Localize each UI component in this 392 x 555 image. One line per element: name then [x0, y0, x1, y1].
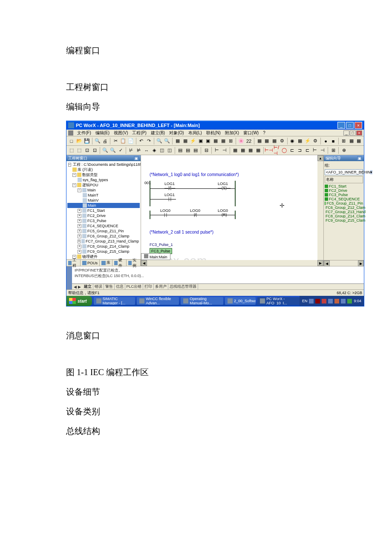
toolbar-icon[interactable]: ▣ [205, 138, 211, 145]
taskbar-item-wincc[interactable]: WinCC flexible Advan... [137, 297, 179, 305]
tree-sys-flag[interactable]: sys_flag_types [67, 177, 140, 182]
open-icon[interactable]: 📂 [76, 138, 83, 145]
scroll-right-icon[interactable]: ▶ [317, 260, 323, 266]
copy-icon[interactable]: 📋 [120, 138, 127, 145]
minimize-button[interactable]: _ [337, 122, 345, 129]
menu-window[interactable]: 窗口(W) [242, 130, 260, 136]
tree-tab-pous[interactable]: POUs [81, 260, 100, 266]
tray-icon[interactable] [334, 299, 339, 304]
tree-mainv[interactable]: MainV [67, 198, 140, 203]
toolbar-icon[interactable]: ⊐ [296, 147, 303, 154]
toolbar-icon[interactable]: ⚡ [190, 138, 196, 145]
undo-icon[interactable]: ↶ [138, 138, 145, 145]
msg-tab-error[interactable]: 错误 [93, 284, 104, 289]
mdi-close-button[interactable]: × [356, 130, 362, 136]
toolbar-icon[interactable]: ⬚ [68, 147, 75, 154]
editor-tab-main[interactable]: Main:Main [141, 253, 170, 260]
name-column-header[interactable]: 名称 [325, 176, 363, 183]
taskbar-item-simatic[interactable]: SIMATIC Manager - [... [94, 297, 135, 305]
zoom-in-icon[interactable]: 🔍 [156, 138, 163, 145]
tree-fc7[interactable]: +FC7_Group_Z13_Hand_Clamp [67, 239, 140, 244]
toolbar-icon[interactable]: ▦ [212, 138, 219, 145]
toolbar-icon[interactable]: 🔍 [110, 147, 116, 154]
new-icon[interactable]: □ [68, 138, 75, 145]
toolbar-icon[interactable]: ▦ [271, 138, 278, 145]
toolbar-icon[interactable]: ▦ [297, 138, 303, 145]
tree-main[interactable]: −Main [67, 188, 140, 193]
tree-datatypes[interactable]: −数据类型 [67, 172, 140, 177]
msg-tab-print[interactable]: 打印 [143, 284, 154, 289]
taskbar-item-manual[interactable]: Operating Manual-Mo... [181, 297, 223, 305]
zoom-out-icon[interactable]: 🔍 [164, 138, 170, 145]
tray-icon[interactable] [328, 299, 333, 304]
mdi-minimize-button[interactable]: _ [343, 130, 349, 136]
toolbar-icon[interactable]: ⊭ [135, 147, 142, 154]
menu-object[interactable]: 对象(O) [167, 130, 185, 136]
tray-icon[interactable] [315, 299, 320, 304]
tree-fc4[interactable]: +FC4_SEQUENCE [67, 223, 140, 228]
tray-icon[interactable] [347, 299, 352, 304]
toolbar-icon[interactable]: ▦ [264, 138, 271, 145]
toolbar-icon[interactable]: ⊞ [340, 138, 347, 145]
menu-view[interactable]: 视图(V) [112, 130, 130, 136]
menu-edit[interactable]: 编辑(E) [94, 130, 111, 136]
toolbar-icon[interactable]: 22 [245, 138, 252, 145]
tree-panel-close-button[interactable]: ▣ [134, 156, 139, 160]
tree-fc2[interactable]: +FC2_Drive [67, 213, 140, 218]
contact-log0[interactable]: LOG0—| |— [160, 208, 171, 217]
coil-log1[interactable]: LOG1—(S)— [218, 182, 231, 190]
toolbar-icon[interactable]: ⊡ [91, 147, 98, 154]
msg-tab-info[interactable]: 信息 [115, 284, 125, 289]
menu-file[interactable]: 文件(F) [75, 130, 93, 136]
toolbar-icon[interactable]: ⚙ [279, 138, 285, 145]
paste-icon[interactable]: 📄 [127, 138, 134, 145]
coil-log0[interactable]: LOG0—(R)— [218, 208, 231, 217]
stop-icon[interactable]: ■ [330, 138, 337, 145]
toolbar-icon[interactable]: ▦ [182, 138, 189, 145]
cut-icon[interactable]: ✂ [112, 138, 119, 145]
menu-project[interactable]: 工程(P) [130, 130, 148, 136]
editor-panel[interactable]: (*Network_1 log0 and log1 for communicat… [141, 155, 323, 266]
menu-extras[interactable]: 附加(X) [223, 130, 241, 136]
toolbar-icon[interactable]: ▦ [355, 138, 362, 145]
toolbar-icon[interactable]: ▦ [220, 138, 227, 145]
toolbar-icon[interactable]: ⊞ [227, 138, 234, 145]
project-tree[interactable]: −工程 : C:\Documents and Settings\p11852\D… [66, 161, 141, 259]
start-button[interactable]: start [66, 296, 92, 306]
toolbar-icon[interactable]: ⊟ [203, 147, 210, 154]
taskbar-item-pcworx[interactable]: PC WorX - AFO_10_I... [257, 297, 300, 305]
right-panel-close-button[interactable]: ▣ [357, 156, 362, 160]
msg-tab-build[interactable]: 建立 [83, 284, 93, 289]
dropdown-icon[interactable]: ▾ [370, 170, 372, 174]
toolbar-icon[interactable]: ⊏ [288, 147, 295, 154]
tree-maint[interactable]: MainT [67, 193, 140, 198]
wizard-item-fc4[interactable]: FC4_SEQUENCE [325, 197, 363, 201]
wizard-item-fc5[interactable]: FC5_Group_Z11_Pin [325, 201, 363, 205]
toolbar-icon[interactable]: ▣ [197, 138, 204, 145]
toolbar-icon[interactable]: 🌸 [238, 138, 245, 145]
toolbar-icon[interactable]: ▤ [177, 147, 184, 154]
toolbar-icon[interactable]: ▦ [239, 147, 246, 154]
toolbar-icon[interactable]: ▦ [174, 138, 181, 145]
toolbar-icon[interactable]: ⊏ [304, 147, 311, 154]
toolbar-icon[interactable]: ⊢ [213, 147, 220, 154]
toolbar-icon[interactable]: ⚙ [312, 138, 319, 145]
tray-icon[interactable] [322, 299, 326, 304]
toolbar-icon[interactable]: ▦ [255, 147, 262, 154]
msg-tab-warning[interactable]: 警告 [104, 284, 115, 289]
tree-fc8[interactable]: +FC8_Group_Z14_Clamp [67, 244, 140, 249]
coil-icon[interactable]: ◯ [281, 147, 288, 154]
tree-tab-hw[interactable]: 硬件 [112, 260, 127, 266]
scroll-right-icon[interactable]: ▶ [358, 260, 364, 266]
tray-icon[interactable] [341, 299, 346, 304]
mdi-restore-button[interactable]: □ [350, 130, 356, 136]
menu-layout[interactable]: 布局(L) [187, 130, 204, 136]
group-combobox[interactable]: <AFO_10_INNER_BEHIN▾ [325, 169, 363, 175]
language-indicator[interactable]: EN [302, 299, 308, 303]
toolbar-icon[interactable]: ⊢ [311, 147, 318, 154]
contact-log0-2[interactable]: LOG0—|/|— [190, 208, 201, 217]
tree-tab-lib[interactable]: 库 [100, 260, 112, 266]
contact-log1-2[interactable]: LOG1—| |— [164, 193, 175, 201]
wizard-item-fc3[interactable]: FC3_Pulse [325, 193, 363, 197]
menu-build[interactable]: 建立(B) [149, 130, 167, 136]
